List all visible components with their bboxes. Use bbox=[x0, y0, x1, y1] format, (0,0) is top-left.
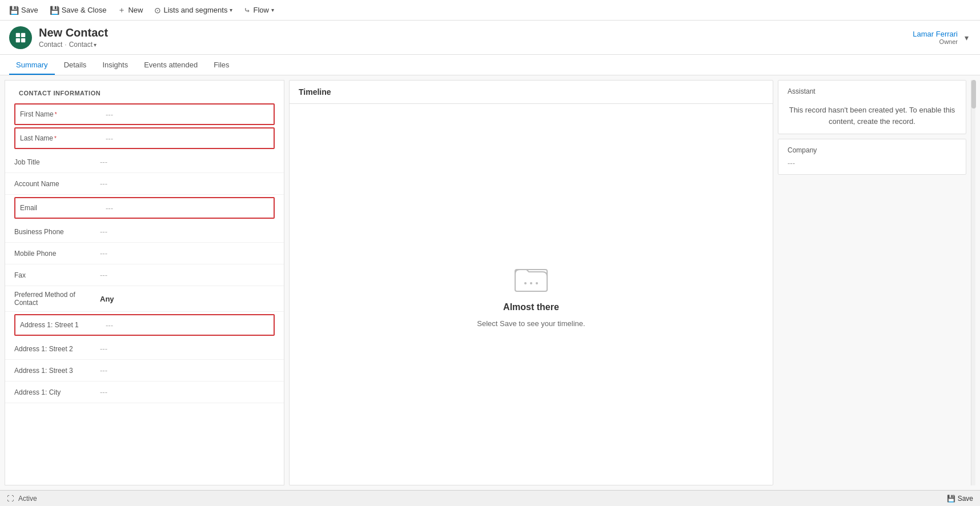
new-button[interactable]: ＋ New bbox=[113, 3, 147, 18]
new-label: New bbox=[128, 6, 143, 14]
address-city-label: Address 1: City bbox=[14, 388, 100, 396]
last-name-value[interactable]: --- bbox=[106, 134, 269, 143]
assistant-card: Assistant This record hasn't been create… bbox=[778, 80, 966, 134]
contact-info-panel: CONTACT INFORMATION First Name* --- Last… bbox=[5, 80, 284, 485]
svg-rect-0 bbox=[16, 33, 20, 37]
first-name-label: First Name* bbox=[20, 110, 106, 118]
assistant-card-message: This record hasn't been created yet. To … bbox=[778, 98, 966, 134]
breadcrumb-chevron: ▾ bbox=[94, 42, 97, 48]
breadcrumb-1[interactable]: Contact bbox=[39, 41, 62, 49]
main-scrollbar[interactable] bbox=[971, 80, 975, 485]
mobile-phone-label: Mobile Phone bbox=[14, 250, 100, 258]
new-icon: ＋ bbox=[118, 5, 126, 15]
status-expand-icon[interactable]: ⛶ bbox=[7, 495, 14, 503]
status-right: 💾 Save bbox=[947, 495, 973, 503]
status-save-button[interactable]: 💾 Save bbox=[947, 495, 973, 503]
save-close-button[interactable]: 💾 Save & Close bbox=[45, 3, 111, 17]
first-name-value[interactable]: --- bbox=[106, 110, 269, 119]
tab-summary[interactable]: Summary bbox=[9, 56, 55, 75]
svg-rect-1 bbox=[21, 33, 25, 37]
save-close-label: Save & Close bbox=[62, 6, 107, 14]
address-street1-value[interactable]: --- bbox=[106, 321, 269, 330]
last-name-field[interactable]: Last Name* --- bbox=[14, 127, 275, 149]
status-bar: ⛶ Active 💾 Save bbox=[0, 490, 980, 506]
status-badge: Active bbox=[18, 495, 37, 503]
assistant-card-title: Assistant bbox=[778, 81, 966, 98]
address-street1-label: Address 1: Street 1 bbox=[20, 321, 106, 329]
tab-files[interactable]: Files bbox=[207, 56, 236, 75]
business-phone-field: Business Phone --- bbox=[5, 221, 284, 243]
status-save-label: Save bbox=[958, 495, 973, 503]
flow-label: Flow bbox=[253, 6, 268, 14]
svg-point-6 bbox=[530, 282, 532, 284]
timeline-header: Timeline bbox=[290, 81, 773, 104]
job-title-value[interactable]: --- bbox=[100, 158, 275, 166]
save-close-icon: 💾 bbox=[50, 6, 59, 15]
job-title-field: Job Title --- bbox=[5, 151, 284, 173]
address-street2-field: Address 1: Street 2 --- bbox=[5, 338, 284, 360]
first-name-required-star: * bbox=[55, 111, 57, 118]
main-area: CONTACT INFORMATION First Name* --- Last… bbox=[0, 75, 980, 490]
header-expand-chevron[interactable]: ▾ bbox=[962, 31, 971, 45]
business-phone-value[interactable]: --- bbox=[100, 227, 275, 236]
address-street2-value[interactable]: --- bbox=[100, 344, 275, 353]
flow-icon: ⤷ bbox=[244, 6, 251, 15]
mobile-phone-value[interactable]: --- bbox=[100, 249, 275, 258]
email-value[interactable]: --- bbox=[106, 204, 269, 212]
svg-rect-3 bbox=[21, 38, 25, 42]
save-button[interactable]: 💾 Save bbox=[5, 3, 43, 17]
lists-segments-label: Lists and segments bbox=[163, 6, 227, 14]
status-left: ⛶ Active bbox=[7, 495, 37, 503]
address-city-value[interactable]: --- bbox=[100, 388, 275, 396]
tab-insights[interactable]: Insights bbox=[95, 56, 135, 75]
breadcrumb-2[interactable]: Contact ▾ bbox=[69, 41, 97, 49]
page-title: New Contact bbox=[39, 26, 913, 39]
email-field[interactable]: Email --- bbox=[14, 197, 275, 219]
address-street3-value[interactable]: --- bbox=[100, 366, 275, 375]
timeline-empty-state: Almost there Select Save to see your tim… bbox=[290, 104, 773, 485]
status-save-icon: 💾 bbox=[947, 495, 955, 503]
save-label: Save bbox=[21, 6, 38, 14]
svg-rect-4 bbox=[515, 270, 547, 291]
right-column: Assistant This record hasn't been create… bbox=[778, 80, 966, 485]
tab-events-attended[interactable]: Events attended bbox=[137, 56, 204, 75]
timeline-empty-title: Almost there bbox=[503, 302, 559, 312]
address-street1-field[interactable]: Address 1: Street 1 --- bbox=[14, 314, 275, 336]
tab-bar: Summary Details Insights Events attended… bbox=[0, 55, 980, 75]
main-scrollbar-thumb bbox=[971, 80, 976, 109]
last-name-label: Last Name* bbox=[20, 134, 106, 142]
lists-segments-button[interactable]: ⊙ Lists and segments ▾ bbox=[150, 3, 237, 17]
timeline-empty-icon bbox=[514, 261, 548, 295]
breadcrumb: Contact · Contact ▾ bbox=[39, 41, 913, 49]
first-name-field[interactable]: First Name* --- bbox=[14, 103, 275, 125]
flow-chevron: ▾ bbox=[271, 7, 274, 13]
timeline-empty-subtitle: Select Save to see your timeline. bbox=[477, 319, 585, 328]
account-name-value[interactable]: --- bbox=[100, 179, 275, 188]
user-name[interactable]: Lamar Ferrari bbox=[913, 30, 958, 38]
address-street2-label: Address 1: Street 2 bbox=[14, 345, 100, 353]
tab-details[interactable]: Details bbox=[57, 56, 94, 75]
account-name-field: Account Name --- bbox=[5, 173, 284, 195]
lists-segments-chevron: ▾ bbox=[230, 7, 232, 13]
svg-point-5 bbox=[524, 282, 527, 284]
last-name-required-star: * bbox=[54, 135, 57, 142]
svg-rect-2 bbox=[16, 38, 20, 42]
fax-value[interactable]: --- bbox=[100, 271, 275, 279]
header-user: Lamar Ferrari Owner bbox=[913, 30, 958, 45]
section-title: CONTACT INFORMATION bbox=[5, 81, 284, 101]
address-city-field: Address 1: City --- bbox=[5, 381, 284, 403]
toolbar: 💾 Save 💾 Save & Close ＋ New ⊙ Lists and … bbox=[0, 0, 980, 21]
preferred-contact-value[interactable]: Any bbox=[100, 295, 275, 303]
email-label: Email bbox=[20, 204, 106, 212]
flow-button[interactable]: ⤷ Flow ▾ bbox=[239, 3, 278, 17]
lists-segments-icon: ⊙ bbox=[154, 6, 161, 15]
company-card-value[interactable]: --- bbox=[778, 156, 966, 174]
account-name-label: Account Name bbox=[14, 180, 100, 188]
save-icon: 💾 bbox=[9, 6, 19, 15]
fax-label: Fax bbox=[14, 271, 100, 279]
mobile-phone-field: Mobile Phone --- bbox=[5, 243, 284, 264]
breadcrumb-separator: · bbox=[65, 41, 66, 49]
business-phone-label: Business Phone bbox=[14, 228, 100, 236]
job-title-label: Job Title bbox=[14, 158, 100, 166]
preferred-contact-label: Preferred Method of Contact bbox=[14, 291, 100, 307]
